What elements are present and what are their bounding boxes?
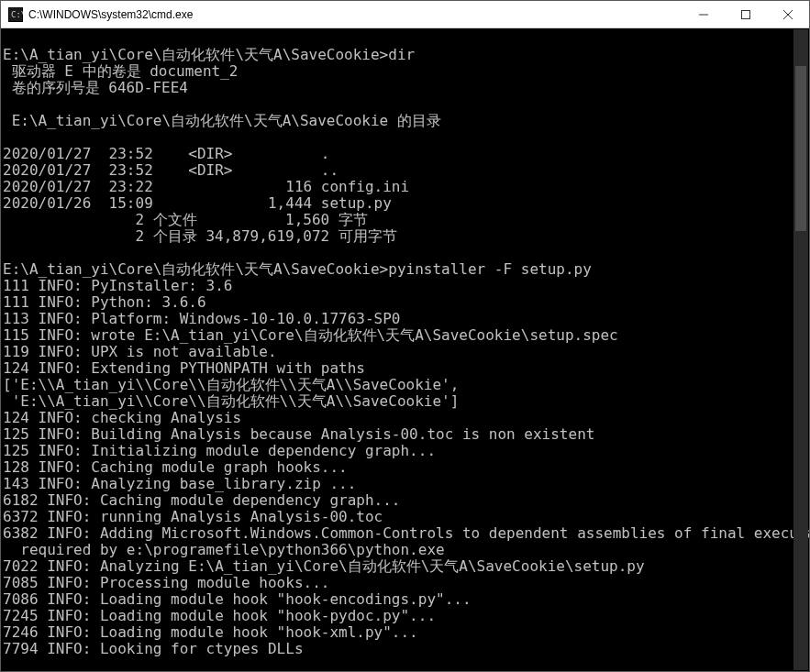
terminal-line: 111 INFO: Python: 3.6.6 (3, 294, 807, 311)
terminal-line: required by e:\programefile\python366\py… (3, 542, 807, 558)
terminal-line: 6182 INFO: Caching module dependency gra… (3, 492, 807, 509)
terminal-line: E:\A_tian_yi\Core\自动化软件\天气A\SaveCookie 的… (3, 113, 807, 129)
terminal-line: 6372 INFO: running Analysis Analysis-00.… (3, 509, 807, 525)
maximize-button[interactable] (725, 1, 767, 28)
terminal-line: 6382 INFO: Adding Microsoft.Windows.Comm… (3, 525, 807, 542)
terminal-line: 7794 INFO: Looking for ctypes DLLs (3, 641, 807, 657)
terminal-line: 7086 INFO: Loading module hook "hook-enc… (3, 591, 807, 608)
minimize-button[interactable] (682, 1, 725, 28)
terminal-line: 'E:\\A_tian_yi\\Core\\自动化软件\\天气A\\SaveCo… (3, 393, 807, 410)
terminal-line: ['E:\\A_tian_yi\\Core\\自动化软件\\天气A\\SaveC… (3, 377, 807, 393)
window-title: C:\WINDOWS\system32\cmd.exe (28, 8, 682, 21)
terminal-line: 7085 INFO: Processing module hooks... (3, 575, 807, 591)
terminal-line: 128 INFO: Caching module graph hooks... (3, 459, 807, 476)
terminal-line: 卷的序列号是 646D-FEE4 (3, 80, 807, 96)
terminal-line: 119 INFO: UPX is not available. (3, 344, 807, 360)
terminal-line: 2020/01/27 23:52 <DIR> . (3, 146, 807, 162)
terminal-line: 7022 INFO: Analyzing E:\A_tian_yi\Core\自… (3, 558, 807, 575)
terminal-line: 111 INFO: PyInstaller: 3.6 (3, 278, 807, 294)
terminal-line: 2 个文件 1,560 字节 (3, 212, 807, 228)
terminal-line: 7246 INFO: Loading module hook "hook-xml… (3, 624, 807, 641)
terminal-output[interactable]: E:\A_tian_yi\Core\自动化软件\天气A\SaveCookie>d… (1, 28, 809, 671)
terminal-line (3, 96, 807, 113)
terminal-line: E:\A_tian_yi\Core\自动化软件\天气A\SaveCookie>p… (3, 261, 807, 278)
terminal-line: 124 INFO: Extending PYTHONPATH with path… (3, 360, 807, 377)
terminal-line: 2020/01/27 23:22 116 config.ini (3, 179, 807, 195)
terminal-line: 7245 INFO: Loading module hook "hook-pyd… (3, 608, 807, 624)
terminal-line: 2 个目录 34,879,619,072 可用字节 (3, 228, 807, 245)
terminal-line: E:\A_tian_yi\Core\自动化软件\天气A\SaveCookie>d… (3, 47, 807, 63)
svg-text:C:\: C:\ (11, 10, 23, 19)
terminal-line: 驱动器 E 中的卷是 document_2 (3, 63, 807, 80)
terminal-line: 113 INFO: Platform: Windows-10-10.0.1776… (3, 311, 807, 327)
terminal-line: 125 INFO: Building Analysis because Anal… (3, 426, 807, 443)
terminal-line: 124 INFO: checking Analysis (3, 410, 807, 426)
scrollbar-thumb[interactable] (795, 66, 806, 231)
terminal-line: 115 INFO: wrote E:\A_tian_yi\Core\自动化软件\… (3, 327, 807, 344)
terminal-line (3, 129, 807, 146)
terminal-line: 125 INFO: Initializing module dependency… (3, 443, 807, 459)
scrollbar[interactable] (793, 29, 808, 670)
titlebar[interactable]: C:\ C:\WINDOWS\system32\cmd.exe (1, 1, 809, 28)
cmd-icon: C:\ (8, 7, 23, 22)
terminal-line: 143 INFO: Analyzing base_library.zip ... (3, 476, 807, 492)
terminal-line (3, 30, 807, 47)
terminal-line: 2020/01/27 23:52 <DIR> .. (3, 162, 807, 179)
terminal-line: 2020/01/26 15:09 1,444 setup.py (3, 195, 807, 212)
svg-rect-4 (742, 10, 750, 18)
close-button[interactable] (767, 1, 809, 28)
terminal-line (3, 245, 807, 261)
cmd-window: C:\ C:\WINDOWS\system32\cmd.exe E:\A_tia… (0, 0, 810, 672)
